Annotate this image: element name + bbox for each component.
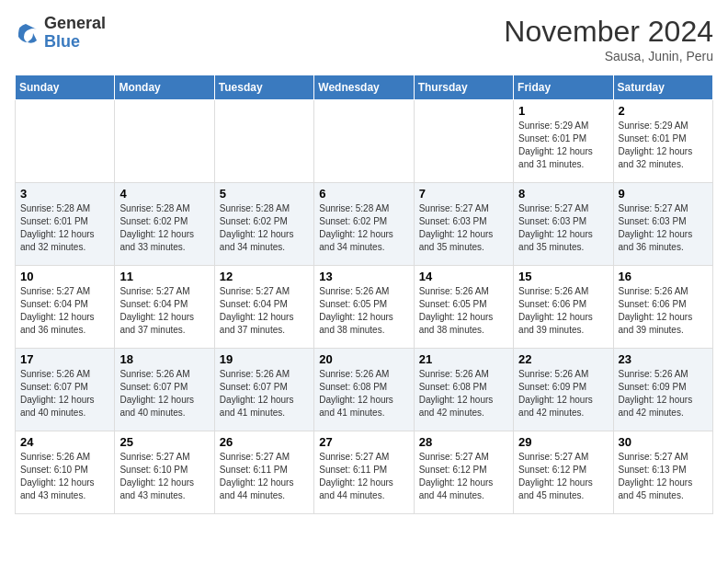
- calendar-header: SundayMondayTuesdayWednesdayThursdayFrid…: [16, 75, 713, 100]
- day-number: 5: [220, 187, 309, 201]
- calendar-cell: 9Sunrise: 5:27 AM Sunset: 6:03 PM Daylig…: [613, 183, 712, 266]
- calendar-cell: 4Sunrise: 5:28 AM Sunset: 6:02 PM Daylig…: [115, 183, 214, 266]
- day-info: Sunrise: 5:27 AM Sunset: 6:03 PM Dayligh…: [518, 202, 608, 254]
- day-number: 20: [319, 352, 408, 366]
- day-info: Sunrise: 5:27 AM Sunset: 6:03 PM Dayligh…: [419, 202, 508, 254]
- day-info: Sunrise: 5:28 AM Sunset: 6:02 PM Dayligh…: [119, 202, 209, 254]
- day-number: 27: [319, 435, 408, 449]
- day-number: 24: [20, 435, 109, 449]
- weekday-header-monday: Monday: [115, 75, 214, 100]
- day-number: 21: [419, 352, 508, 366]
- calendar-cell: [314, 100, 414, 183]
- calendar-cell: 21Sunrise: 5:26 AM Sunset: 6:08 PM Dayli…: [414, 349, 513, 431]
- calendar-cell: 22Sunrise: 5:26 AM Sunset: 6:09 PM Dayli…: [514, 349, 613, 431]
- day-number: 7: [419, 187, 508, 201]
- calendar-cell: 11Sunrise: 5:27 AM Sunset: 6:04 PM Dayli…: [115, 266, 214, 349]
- calendar-cell: 19Sunrise: 5:26 AM Sunset: 6:07 PM Dayli…: [214, 349, 313, 431]
- day-number: 17: [20, 352, 109, 366]
- page-header: General Blue November 2024 Sausa, Junin,…: [15, 15, 713, 63]
- day-info: Sunrise: 5:28 AM Sunset: 6:02 PM Dayligh…: [220, 202, 309, 254]
- calendar-cell: [16, 100, 115, 183]
- day-info: Sunrise: 5:26 AM Sunset: 6:08 PM Dayligh…: [319, 368, 408, 419]
- month-title: November 2024: [504, 15, 713, 49]
- day-info: Sunrise: 5:27 AM Sunset: 6:13 PM Dayligh…: [619, 451, 708, 502]
- calendar-cell: 14Sunrise: 5:26 AM Sunset: 6:05 PM Dayli…: [414, 266, 513, 349]
- day-number: 8: [518, 187, 608, 201]
- calendar-cell: 5Sunrise: 5:28 AM Sunset: 6:02 PM Daylig…: [214, 183, 313, 266]
- calendar-week-4: 17Sunrise: 5:26 AM Sunset: 6:07 PM Dayli…: [16, 349, 713, 431]
- day-number: 3: [20, 187, 109, 201]
- day-info: Sunrise: 5:27 AM Sunset: 6:12 PM Dayligh…: [419, 451, 508, 502]
- day-number: 18: [119, 352, 209, 366]
- calendar-cell: 16Sunrise: 5:26 AM Sunset: 6:06 PM Dayli…: [613, 266, 712, 349]
- day-number: 11: [119, 270, 209, 283]
- calendar-cell: [115, 100, 214, 183]
- day-number: 29: [518, 435, 608, 449]
- day-info: Sunrise: 5:26 AM Sunset: 6:05 PM Dayligh…: [419, 285, 508, 337]
- day-number: 25: [119, 435, 209, 449]
- calendar-cell: 17Sunrise: 5:26 AM Sunset: 6:07 PM Dayli…: [16, 349, 115, 431]
- day-number: 22: [518, 352, 608, 366]
- day-info: Sunrise: 5:27 AM Sunset: 6:10 PM Dayligh…: [119, 451, 209, 502]
- day-info: Sunrise: 5:26 AM Sunset: 6:09 PM Dayligh…: [518, 368, 608, 419]
- day-info: Sunrise: 5:26 AM Sunset: 6:06 PM Dayligh…: [619, 285, 708, 337]
- calendar-cell: 7Sunrise: 5:27 AM Sunset: 6:03 PM Daylig…: [414, 183, 513, 266]
- calendar-week-1: 1Sunrise: 5:29 AM Sunset: 6:01 PM Daylig…: [16, 100, 713, 183]
- calendar-cell: 25Sunrise: 5:27 AM Sunset: 6:10 PM Dayli…: [115, 431, 214, 514]
- calendar-cell: [414, 100, 513, 183]
- calendar-week-5: 24Sunrise: 5:26 AM Sunset: 6:10 PM Dayli…: [16, 431, 713, 514]
- day-info: Sunrise: 5:27 AM Sunset: 6:12 PM Dayligh…: [518, 451, 608, 502]
- day-info: Sunrise: 5:27 AM Sunset: 6:03 PM Dayligh…: [619, 202, 708, 254]
- day-info: Sunrise: 5:26 AM Sunset: 6:07 PM Dayligh…: [119, 368, 209, 419]
- day-info: Sunrise: 5:27 AM Sunset: 6:11 PM Dayligh…: [319, 451, 408, 502]
- day-info: Sunrise: 5:26 AM Sunset: 6:07 PM Dayligh…: [20, 368, 109, 419]
- calendar-body: 1Sunrise: 5:29 AM Sunset: 6:01 PM Daylig…: [16, 100, 713, 514]
- day-number: 30: [619, 435, 708, 449]
- weekday-header-sunday: Sunday: [16, 75, 115, 100]
- day-number: 4: [119, 187, 209, 201]
- day-number: 23: [619, 352, 708, 366]
- day-info: Sunrise: 5:26 AM Sunset: 6:09 PM Dayligh…: [619, 368, 708, 419]
- title-block: November 2024 Sausa, Junin, Peru: [504, 15, 713, 63]
- day-number: 6: [319, 187, 408, 201]
- calendar-cell: 12Sunrise: 5:27 AM Sunset: 6:04 PM Dayli…: [214, 266, 313, 349]
- calendar-cell: 10Sunrise: 5:27 AM Sunset: 6:04 PM Dayli…: [16, 266, 115, 349]
- day-number: 12: [220, 270, 309, 283]
- day-info: Sunrise: 5:27 AM Sunset: 6:04 PM Dayligh…: [119, 285, 209, 337]
- day-info: Sunrise: 5:29 AM Sunset: 6:01 PM Dayligh…: [518, 120, 608, 171]
- day-info: Sunrise: 5:28 AM Sunset: 6:02 PM Dayligh…: [319, 202, 408, 254]
- weekday-header-thursday: Thursday: [414, 75, 513, 100]
- calendar-cell: 15Sunrise: 5:26 AM Sunset: 6:06 PM Dayli…: [514, 266, 613, 349]
- calendar-week-3: 10Sunrise: 5:27 AM Sunset: 6:04 PM Dayli…: [16, 266, 713, 349]
- calendar-cell: 20Sunrise: 5:26 AM Sunset: 6:08 PM Dayli…: [314, 349, 414, 431]
- logo-general-text: General: [44, 15, 106, 33]
- day-info: Sunrise: 5:28 AM Sunset: 6:01 PM Dayligh…: [20, 202, 109, 254]
- day-info: Sunrise: 5:27 AM Sunset: 6:04 PM Dayligh…: [220, 285, 309, 337]
- calendar-cell: 30Sunrise: 5:27 AM Sunset: 6:13 PM Dayli…: [613, 431, 712, 514]
- day-number: 19: [220, 352, 309, 366]
- calendar-week-2: 3Sunrise: 5:28 AM Sunset: 6:01 PM Daylig…: [16, 183, 713, 266]
- day-info: Sunrise: 5:26 AM Sunset: 6:08 PM Dayligh…: [419, 368, 508, 419]
- calendar-cell: 13Sunrise: 5:26 AM Sunset: 6:05 PM Dayli…: [314, 266, 414, 349]
- day-number: 1: [518, 104, 608, 118]
- day-number: 28: [419, 435, 508, 449]
- calendar-cell: 24Sunrise: 5:26 AM Sunset: 6:10 PM Dayli…: [16, 431, 115, 514]
- calendar-cell: 2Sunrise: 5:29 AM Sunset: 6:01 PM Daylig…: [613, 100, 712, 183]
- calendar-table: SundayMondayTuesdayWednesdayThursdayFrid…: [15, 75, 713, 514]
- day-number: 2: [619, 104, 708, 118]
- weekday-header-row: SundayMondayTuesdayWednesdayThursdayFrid…: [16, 75, 713, 100]
- calendar-cell: 18Sunrise: 5:26 AM Sunset: 6:07 PM Dayli…: [115, 349, 214, 431]
- calendar-cell: 8Sunrise: 5:27 AM Sunset: 6:03 PM Daylig…: [514, 183, 613, 266]
- day-number: 16: [619, 270, 708, 283]
- day-info: Sunrise: 5:26 AM Sunset: 6:10 PM Dayligh…: [20, 451, 109, 502]
- day-number: 15: [518, 270, 608, 283]
- day-number: 14: [419, 270, 508, 283]
- calendar-cell: 6Sunrise: 5:28 AM Sunset: 6:02 PM Daylig…: [314, 183, 414, 266]
- day-info: Sunrise: 5:26 AM Sunset: 6:07 PM Dayligh…: [220, 368, 309, 419]
- weekday-header-saturday: Saturday: [613, 75, 712, 100]
- logo-icon: [15, 20, 40, 46]
- weekday-header-wednesday: Wednesday: [314, 75, 414, 100]
- day-number: 26: [220, 435, 309, 449]
- calendar-cell: 3Sunrise: 5:28 AM Sunset: 6:01 PM Daylig…: [16, 183, 115, 266]
- weekday-header-friday: Friday: [514, 75, 613, 100]
